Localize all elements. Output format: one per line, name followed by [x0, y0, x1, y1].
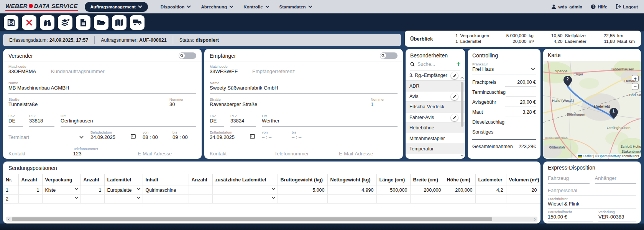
cell-hoehe[interactable]: [444, 195, 475, 204]
user-menu[interactable]: wds_admin: [550, 4, 583, 9]
empfaenger-search-toggle[interactable]: [380, 52, 398, 59]
ort-field[interactable]: Ort Oerlinghausen: [61, 113, 196, 127]
beladedatum-field[interactable]: Beladedatum 24.09.2025: [90, 129, 136, 143]
cell-anzahl[interactable]: [189, 186, 212, 195]
leaflet-link[interactable]: Leaflet: [583, 154, 593, 158]
map-marker-2[interactable]: 2: [564, 76, 572, 86]
name-field[interactable]: Name Sweety Süßwarenfabrik GmbH: [210, 80, 398, 94]
email-field[interactable]: E-Mail-Adresse: [138, 146, 196, 159]
besonderheiten-search[interactable]: Suche... +: [410, 60, 460, 70]
scrollbar-thumb[interactable]: [461, 82, 463, 127]
cell-anzahl[interactable]: [189, 195, 212, 204]
entladezeit-bis-field[interactable]: bis – : –: [292, 129, 315, 143]
besonderheit-item[interactable]: Hebebühne: [406, 123, 465, 133]
cell-anzahl[interactable]: [80, 195, 104, 204]
chevron-down-icon[interactable]: [460, 154, 464, 157]
avisgebuehr-input[interactable]: 20,00 €: [505, 100, 536, 106]
search-button[interactable]: [40, 15, 54, 30]
strasse-field[interactable]: Straße Ravensberger Straße: [210, 96, 365, 110]
map-button[interactable]: [112, 15, 127, 30]
entladedatum-field[interactable]: Entladedatum 24.09.2025: [210, 129, 256, 143]
beladezeit-bis-field[interactable]: bis 09 : 00: [172, 129, 196, 143]
scroll-right-arrow[interactable]: ›: [532, 217, 537, 222]
frachtpreis-input[interactable]: 200,00 €: [505, 80, 536, 86]
kontakt-field[interactable]: Kontakt: [8, 146, 67, 159]
plz-field[interactable]: PLZ 33818: [29, 113, 54, 127]
chevron-down-icon[interactable]: [531, 68, 535, 70]
frankatur-select[interactable]: Frankatur Frei Haus: [472, 61, 536, 75]
telefonnummer-field[interactable]: Telefonnummer: [274, 146, 333, 159]
frachtfuehrer-field[interactable]: Frachtführer Wiesel & Flink: [548, 196, 636, 209]
anhaenger-field[interactable]: Anhänger: [595, 171, 637, 184]
cell-laenge[interactable]: 500,000: [376, 186, 410, 195]
cell-lademittel-select[interactable]: Europalette: [104, 186, 143, 195]
sonstiges-input[interactable]: [505, 130, 536, 136]
lkz-field[interactable]: LKZ DE: [8, 113, 23, 127]
chevron-down-icon[interactable]: [136, 196, 141, 199]
kontakt-field[interactable]: Kontakt: [210, 146, 268, 159]
map-marker-1[interactable]: 1: [610, 108, 618, 119]
nav-item-abrechnung[interactable]: Abrechnung: [196, 5, 238, 9]
cell-nettogewicht[interactable]: 4.990: [327, 186, 376, 195]
besonderheit-item[interactable]: ADR: [406, 81, 465, 91]
maut-input[interactable]: 3,28 €: [505, 109, 536, 116]
horizontal-scrollbar[interactable]: ‹ ›: [6, 217, 537, 222]
lkz-field[interactable]: LKZ DE: [210, 113, 224, 127]
openstreetmap-link[interactable]: OpenStreetMap: [598, 154, 621, 158]
entladezeit-von-field[interactable]: von – : –: [262, 129, 286, 143]
cell-stellplaetze[interactable]: [540, 195, 540, 204]
besonderheit-item[interactable]: Edscha-Verdeck: [406, 102, 465, 112]
edit-pencil-button[interactable]: [451, 114, 458, 121]
cell-volumen[interactable]: [506, 195, 540, 204]
cell-nettogewicht[interactable]: [327, 195, 376, 204]
calendar-icon[interactable]: [250, 134, 255, 139]
cell-lademeter[interactable]: 4,2: [475, 186, 506, 195]
delete-button[interactable]: [22, 15, 36, 30]
help-button[interactable]: Hilfe: [590, 4, 608, 9]
nav-item-disposition[interactable]: Disposition: [156, 5, 196, 9]
truck-button[interactable]: [130, 15, 145, 30]
scrollbar-thumb[interactable]: [12, 217, 492, 221]
cell-anzahl[interactable]: 1: [80, 186, 104, 195]
cell-breite[interactable]: [410, 195, 444, 204]
strasse-field[interactable]: Straße Tunnelstraße: [8, 96, 163, 110]
chevron-down-icon[interactable]: [271, 188, 276, 190]
terminart-select[interactable]: Terminart: [8, 129, 84, 143]
dieselzuschlag-input[interactable]: [505, 120, 536, 126]
chevron-down-icon[interactable]: [271, 196, 276, 199]
plz-field[interactable]: PLZ 33824: [230, 113, 256, 127]
versender-search-toggle[interactable]: [179, 52, 196, 59]
besonderheit-item[interactable]: 3. Rg.-Empfänger: [406, 70, 465, 81]
cell-anzahl[interactable]: [18, 195, 42, 204]
telefonnummer-field[interactable]: Telefonnummer 123: [73, 146, 132, 159]
verladung-field[interactable]: Verladung VER-00383: [598, 209, 636, 222]
chevron-down-icon[interactable]: [79, 136, 84, 139]
name-field[interactable]: Name MB Maschinenbau AGMBH: [8, 80, 196, 94]
cell-zusatz-select[interactable]: [212, 186, 278, 195]
zoom-in-button[interactable]: +: [632, 75, 639, 82]
chevron-down-icon[interactable]: [74, 196, 79, 199]
add-besonderheit-button[interactable]: +: [456, 60, 460, 67]
cell-bruttogewicht[interactable]: [278, 195, 327, 204]
cell-lademittel-select[interactable]: [104, 195, 143, 204]
document-button[interactable]: [76, 15, 90, 30]
chevron-down-icon[interactable]: [136, 188, 141, 190]
save-button[interactable]: [4, 15, 18, 30]
matchcode-field[interactable]: Matchcode 33OEMBMA: [8, 64, 45, 77]
fahrpersonal-field[interactable]: Fahrpersonal: [548, 184, 636, 196]
cell-breite[interactable]: 200,000: [410, 186, 444, 195]
chevron-down-icon[interactable]: [74, 188, 79, 190]
cell-hoehe[interactable]: 200,000: [444, 186, 475, 195]
pauschalfracht-field[interactable]: Pauschalfracht 150,00 €: [548, 209, 593, 222]
nav-item-auftragsmanagement[interactable]: Auftragsmanagement: [85, 2, 148, 12]
cell-bruttogewicht[interactable]: 5.000: [278, 186, 327, 195]
cell-anzahl[interactable]: 1: [18, 186, 42, 195]
add-layer-button[interactable]: [58, 15, 72, 30]
cell-lademeter[interactable]: [475, 195, 506, 204]
edit-pencil-button[interactable]: [451, 93, 458, 100]
nav-item-kontrolle[interactable]: Kontrolle: [238, 5, 274, 9]
scroll-left-arrow[interactable]: ‹: [6, 217, 12, 222]
cell-verpackung-select[interactable]: Kiste: [42, 186, 80, 195]
edit-pencil-button[interactable]: [451, 72, 458, 79]
terminzuschlag-input[interactable]: [506, 90, 536, 96]
